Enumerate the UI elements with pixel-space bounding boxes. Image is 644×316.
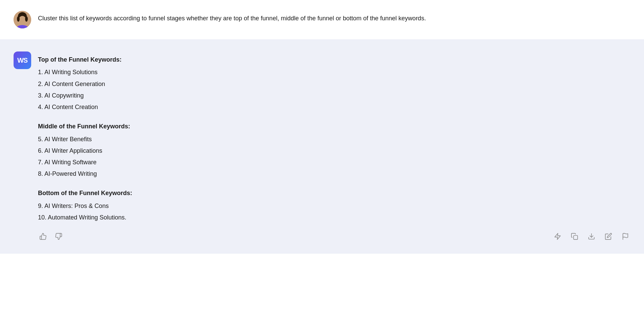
user-message: Cluster this list of keywords according … (0, 0, 644, 39)
top-funnel-heading: Top of the Funnel Keywords: (38, 54, 630, 65)
ai-message-content: Top of the Funnel Keywords: 1. AI Writin… (38, 51, 630, 241)
download-button[interactable] (586, 231, 597, 241)
keyword-item: 4. AI Content Creation (38, 101, 630, 113)
ai-avatar-icon: WS (14, 51, 31, 69)
keyword-item: 3. AI Copywriting (38, 90, 630, 101)
keyword-item: 9. AI Writers: Pros & Cons (38, 200, 630, 212)
keyword-item: 1. AI Writing Solutions (38, 66, 630, 78)
footer-right-actions (552, 231, 630, 241)
keyword-item: 8. AI-Powered Writing (38, 168, 630, 180)
avatar (14, 11, 31, 28)
thumbs-down-button[interactable] (54, 231, 64, 241)
keyword-item: 5. AI Writer Benefits (38, 133, 630, 145)
keyword-item: 10. Automated Writing Solutions. (38, 212, 630, 223)
copy-button[interactable] (569, 231, 580, 241)
footer-left-actions (38, 231, 64, 241)
svg-point-3 (17, 16, 20, 22)
svg-point-2 (19, 16, 26, 25)
keyword-item: 7. AI Writing Software (38, 156, 630, 168)
bottom-funnel-heading: Bottom of the Funnel Keywords: (38, 188, 630, 198)
flag-button[interactable] (620, 231, 630, 241)
top-funnel-section: Top of the Funnel Keywords: 1. AI Writin… (38, 54, 630, 113)
edit-button[interactable] (603, 231, 613, 241)
message-footer (38, 231, 630, 241)
middle-funnel-section: Middle of the Funnel Keywords: 5. AI Wri… (38, 121, 630, 180)
user-message-text: Cluster this list of keywords according … (38, 11, 426, 23)
svg-rect-7 (573, 235, 578, 239)
svg-marker-6 (555, 233, 561, 239)
bolt-button[interactable] (552, 231, 563, 241)
thumbs-up-button[interactable] (38, 231, 48, 241)
svg-point-4 (25, 16, 28, 22)
chat-container: Cluster this list of keywords according … (0, 0, 644, 254)
keyword-item: 6. AI Writer Applications (38, 145, 630, 156)
keyword-item: 2. AI Content Generation (38, 78, 630, 90)
middle-funnel-heading: Middle of the Funnel Keywords: (38, 121, 630, 132)
ai-message: WS Top of the Funnel Keywords: 1. AI Wri… (0, 39, 644, 254)
bottom-funnel-section: Bottom of the Funnel Keywords: 9. AI Wri… (38, 188, 630, 223)
